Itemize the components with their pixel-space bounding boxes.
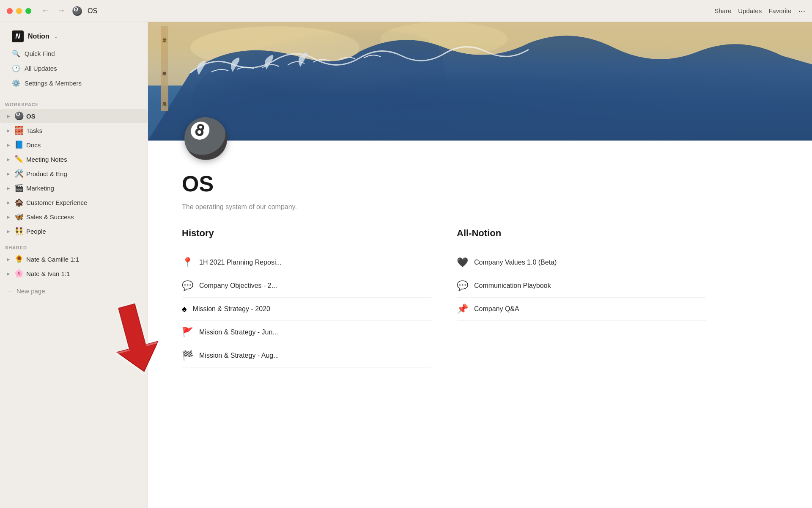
expand-arrow-people[interactable]: ▶ (5, 229, 12, 234)
cx-label: Customer Experience (26, 199, 87, 206)
history-item-2[interactable]: 💬 Company Objectives - 2... (182, 274, 431, 298)
expand-arrow-os[interactable]: ▶ (5, 114, 12, 119)
all-notion-item-1[interactable]: 🖤 Company Values 1.0 (Beta) (457, 251, 706, 274)
page-icon-nav: 🎱 (72, 6, 82, 16)
expand-arrow-product[interactable]: ▶ (5, 171, 12, 176)
all-notion-icon-3: 📌 (457, 304, 468, 315)
forward-button[interactable]: → (56, 5, 67, 17)
sidebar-item-os[interactable]: ▶ 🎱 OS (0, 109, 148, 123)
sidebar-item-quick-find[interactable]: 🔍 Quick Find (7, 47, 141, 61)
page-body: OS The operating system of our company. … (148, 157, 740, 393)
sidebar-item-tasks[interactable]: ▶ 🧱 Tasks (0, 123, 148, 138)
nate-ivan-icon: 🌸 (14, 269, 24, 278)
sidebar-item-nate-camille[interactable]: ▶ 🌻 Nate & Camille 1:1 (0, 252, 148, 266)
expand-arrow-meeting[interactable]: ▶ (5, 157, 12, 162)
people-label: People (26, 228, 46, 235)
all-notion-icon-2: 💬 (457, 280, 468, 291)
history-section-title: History (182, 228, 431, 244)
history-icon-5: 🏁 (182, 350, 193, 361)
workspace-section-label: WORKSPACE (0, 95, 148, 109)
nate-ivan-label: Nate & Ivan 1:1 (26, 270, 70, 277)
new-page-label: New page (16, 287, 45, 295)
all-notion-item-2[interactable]: 💬 Communication Playbook (457, 274, 706, 298)
tasks-icon: 🧱 (14, 126, 24, 135)
expand-arrow-marketing[interactable]: ▶ (5, 186, 12, 190)
traffic-lights (7, 8, 31, 14)
all-notion-label-1: Company Values 1.0 (Beta) (474, 259, 557, 266)
history-label-1: 1H 2021 Planning Reposi... (199, 259, 282, 266)
meeting-notes-label: Meeting Notes (26, 156, 67, 163)
notion-header[interactable]: N Notion ⌄ (7, 27, 141, 46)
all-notion-list: 🖤 Company Values 1.0 (Beta) 💬 Communicat… (457, 251, 706, 321)
page-main-title: OS (182, 171, 706, 196)
expand-arrow-sales[interactable]: ▶ (5, 215, 12, 219)
app-body: N Notion ⌄ 🔍 Quick Find 🕐 All Updates ⚙️… (0, 22, 812, 508)
history-item-1[interactable]: 📍 1H 2021 Planning Reposi... (182, 251, 431, 274)
history-icon-2: 💬 (182, 280, 193, 291)
page-big-icon: 🎱 (182, 117, 229, 160)
docs-icon: 📘 (14, 140, 24, 149)
sidebar-item-all-updates[interactable]: 🕐 All Updates (7, 61, 141, 75)
all-notion-label-3: Company Q&A (474, 305, 519, 313)
sidebar-item-people[interactable]: ▶ 👯 People (0, 224, 148, 238)
shared-section-label: SHARED (0, 238, 148, 252)
search-icon: 🔍 (12, 50, 20, 58)
content-grid: History 📍 1H 2021 Planning Reposi... 💬 C… (182, 228, 706, 367)
share-button[interactable]: Share (714, 7, 731, 14)
updates-button[interactable]: Updates (738, 7, 762, 14)
page-description: The operating system of our company. (182, 203, 706, 211)
sidebar-item-settings[interactable]: ⚙️ Settings & Members (7, 76, 141, 90)
page-icon-wrapper: 🎱 (148, 119, 812, 157)
expand-arrow-cx[interactable]: ▶ (5, 200, 12, 205)
sidebar-item-sales[interactable]: ▶ 🦋 Sales & Success (0, 210, 148, 224)
all-updates-label: All Updates (25, 65, 57, 72)
all-notion-item-3[interactable]: 📌 Company Q&A (457, 298, 706, 321)
sidebar-top: N Notion ⌄ 🔍 Quick Find 🕐 All Updates ⚙️… (0, 22, 148, 95)
expand-arrow-tasks[interactable]: ▶ (5, 128, 12, 133)
all-notion-icon-1: 🖤 (457, 257, 468, 268)
page-title-nav: OS (88, 7, 97, 15)
all-notion-section: All-Notion 🖤 Company Values 1.0 (Beta) 💬… (457, 228, 706, 367)
titlebar-actions: Share Updates Favorite ··· (714, 6, 805, 16)
more-button[interactable]: ··· (798, 6, 805, 16)
svg-rect-4 (161, 26, 168, 111)
expand-arrow-nc[interactable]: ▶ (5, 257, 12, 262)
history-label-2: Company Objectives - 2... (199, 282, 277, 290)
gear-icon: ⚙️ (12, 79, 20, 87)
history-item-4[interactable]: 🚩 Mission & Strategy - Jun... (182, 321, 431, 344)
sidebar-item-marketing[interactable]: ▶ 🎬 Marketing (0, 181, 148, 195)
all-notion-section-title: All-Notion (457, 228, 706, 244)
history-item-3[interactable]: ♠️ Mission & Strategy - 2020 (182, 298, 431, 321)
all-notion-label-2: Communication Playbook (474, 282, 551, 290)
notion-logo: N (12, 30, 24, 42)
history-label-3: Mission & Strategy - 2020 (193, 305, 270, 313)
sidebar-item-product-eng[interactable]: ▶ 🛠️ Product & Eng (0, 166, 148, 181)
nate-camille-label: Nate & Camille 1:1 (26, 256, 79, 263)
main-content: 三十六景 神奈川沖 浪裏 🎱 OS The operating system o… (148, 22, 812, 508)
marketing-label: Marketing (26, 185, 54, 192)
new-page-button[interactable]: ＋ New page (2, 284, 148, 298)
minimize-button[interactable] (16, 8, 22, 14)
titlebar: ← → 🎱 OS Share Updates Favorite ··· (0, 0, 812, 22)
history-icon-1: 📍 (182, 257, 193, 268)
expand-arrow-ni[interactable]: ▶ (5, 271, 12, 276)
marketing-icon: 🎬 (14, 183, 24, 193)
sidebar-item-nate-ivan[interactable]: ▶ 🌸 Nate & Ivan 1:1 (0, 266, 148, 281)
favorite-button[interactable]: Favorite (768, 7, 791, 14)
history-icon-4: 🚩 (182, 327, 193, 338)
sidebar-item-meeting-notes[interactable]: ▶ ✏️ Meeting Notes (0, 152, 148, 166)
notion-name: Notion (28, 33, 49, 40)
history-item-5[interactable]: 🏁 Mission & Strategy - Aug... (182, 344, 431, 367)
history-section: History 📍 1H 2021 Planning Reposi... 💬 C… (182, 228, 431, 367)
expand-arrow-docs[interactable]: ▶ (5, 143, 12, 147)
os-icon: 🎱 (14, 111, 24, 121)
fullscreen-button[interactable] (25, 8, 31, 14)
sidebar: N Notion ⌄ 🔍 Quick Find 🕐 All Updates ⚙️… (0, 22, 148, 508)
sidebar-item-docs[interactable]: ▶ 📘 Docs (0, 138, 148, 152)
close-button[interactable] (7, 8, 13, 14)
sales-icon: 🦋 (14, 212, 24, 221)
sidebar-item-customer-experience[interactable]: ▶ 🏚️ Customer Experience (0, 195, 148, 210)
cx-icon: 🏚️ (14, 198, 24, 207)
settings-label: Settings & Members (25, 80, 82, 87)
back-button[interactable]: ← (40, 5, 51, 17)
